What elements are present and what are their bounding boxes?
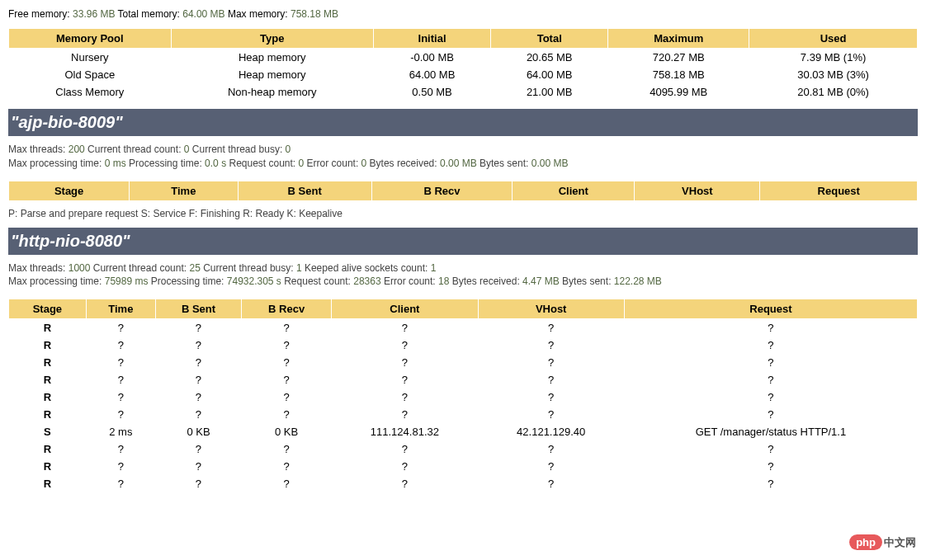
thread-cell-request: ? <box>624 458 917 475</box>
thread-cell-vhost: ? <box>478 371 624 388</box>
mp-cell-pool: Class Memory <box>9 83 172 101</box>
thread-cell-client: ? <box>332 406 478 423</box>
thread-cell-brecv: ? <box>242 406 332 423</box>
thread-cell-time: ? <box>86 319 155 337</box>
mp-header: Total <box>491 29 608 49</box>
thread-cell-brecv: ? <box>242 388 332 406</box>
mp-cell-initial: 0.50 MB <box>373 83 490 101</box>
mp-cell-maximum: 758.18 MB <box>608 66 749 83</box>
thread-cell-stage: R <box>9 354 87 371</box>
mp-cell-maximum: 720.27 MB <box>608 49 749 67</box>
thread-header: Request <box>624 299 917 319</box>
mp-cell-pool: Nursery <box>9 49 172 67</box>
thread-cell-client: ? <box>332 388 478 406</box>
table-row: Class MemoryNon-heap memory0.50 MB21.00 … <box>9 83 918 101</box>
thread-cell-bsent: ? <box>155 458 241 475</box>
thread-cell-request: GET /manager/status HTTP/1.1 <box>624 423 917 440</box>
connector-stats: Max threads: 1000 Current thread count: … <box>8 261 918 289</box>
thread-cell-client: ? <box>332 319 478 337</box>
thread-header: B Recv <box>371 181 512 200</box>
table-row: NurseryHeap memory-0.00 MB20.65 MB720.27… <box>9 49 918 67</box>
thread-header: B Sent <box>238 181 371 200</box>
thread-cell-brecv: ? <box>242 354 332 371</box>
free-memory-value: 33.96 MB <box>73 8 115 20</box>
max-memory-value: 758.18 MB <box>291 8 338 20</box>
mp-header: Memory Pool <box>9 29 172 49</box>
thread-cell-request: ? <box>624 406 917 423</box>
mp-cell-type: Heap memory <box>171 49 373 67</box>
table-row: R?????? <box>9 319 918 337</box>
thread-cell-vhost: ? <box>478 475 624 492</box>
mp-cell-total: 20.65 MB <box>491 49 608 67</box>
max-memory-label: Max memory: <box>228 8 288 20</box>
connector-header: "http-nio-8080" <box>8 228 918 255</box>
thread-header: Client <box>332 299 478 319</box>
thread-cell-bsent: ? <box>155 319 241 337</box>
thread-cell-brecv: 0 KB <box>242 423 332 440</box>
thread-cell-time: ? <box>86 336 155 354</box>
thread-cell-vhost: ? <box>478 440 624 458</box>
thread-header: Stage <box>9 181 130 200</box>
thread-cell-vhost: ? <box>478 336 624 354</box>
thread-header: Request <box>760 181 918 200</box>
thread-cell-vhost: ? <box>478 354 624 371</box>
thread-cell-client: ? <box>332 475 478 492</box>
thread-cell-time: ? <box>86 354 155 371</box>
mp-cell-initial: 64.00 MB <box>373 66 490 83</box>
thread-cell-vhost: ? <box>478 319 624 337</box>
thread-header: VHost <box>478 299 624 319</box>
mp-cell-used: 20.81 MB (0%) <box>749 83 918 101</box>
memory-pool-table: Memory PoolTypeInitialTotalMaximumUsed N… <box>8 28 918 101</box>
mp-cell-initial: -0.00 MB <box>373 49 490 67</box>
table-row: R?????? <box>9 475 918 492</box>
mp-cell-total: 64.00 MB <box>491 66 608 83</box>
mp-cell-pool: Old Space <box>9 66 172 83</box>
mp-header: Used <box>749 29 918 49</box>
thread-cell-bsent: ? <box>155 475 241 492</box>
thread-header: Client <box>513 181 635 200</box>
thread-header: Time <box>86 299 155 319</box>
free-memory-label: Free memory: <box>8 8 70 20</box>
mp-cell-maximum: 4095.99 MB <box>608 83 749 101</box>
thread-cell-bsent: 0 KB <box>155 423 241 440</box>
thread-cell-vhost: ? <box>478 388 624 406</box>
thread-cell-stage: R <box>9 475 87 492</box>
thread-cell-time: ? <box>86 388 155 406</box>
thread-cell-time: ? <box>86 440 155 458</box>
thread-cell-brecv: ? <box>242 319 332 337</box>
table-row: R?????? <box>9 440 918 458</box>
thread-cell-stage: R <box>9 371 87 388</box>
thread-cell-time: 2 ms <box>86 423 155 440</box>
table-row: S2 ms0 KB0 KB111.124.81.3242.121.129.40G… <box>9 423 918 440</box>
mp-cell-total: 21.00 MB <box>491 83 608 101</box>
thread-cell-stage: R <box>9 388 87 406</box>
thread-cell-brecv: ? <box>242 371 332 388</box>
thread-header: B Recv <box>242 299 332 319</box>
mp-header: Type <box>171 29 373 49</box>
memory-summary: Free memory: 33.96 MB Total memory: 64.0… <box>8 8 918 20</box>
thread-cell-time: ? <box>86 406 155 423</box>
thread-cell-request: ? <box>624 336 917 354</box>
thread-cell-client: 111.124.81.32 <box>332 423 478 440</box>
thread-cell-bsent: ? <box>155 440 241 458</box>
thread-cell-bsent: ? <box>155 371 241 388</box>
thread-cell-client: ? <box>332 336 478 354</box>
connector-stats: Max threads: 200 Current thread count: 0… <box>8 143 918 171</box>
mp-header: Initial <box>373 29 490 49</box>
thread-cell-client: ? <box>332 440 478 458</box>
thread-table: StageTimeB SentB RecvClientVHostRequestR… <box>8 299 918 492</box>
thread-cell-bsent: ? <box>155 406 241 423</box>
thread-cell-time: ? <box>86 458 155 475</box>
thread-cell-time: ? <box>86 371 155 388</box>
table-row: R?????? <box>9 388 918 406</box>
table-row: R?????? <box>9 371 918 388</box>
thread-cell-stage: R <box>9 440 87 458</box>
thread-header: VHost <box>635 181 760 200</box>
mp-cell-type: Non-heap memory <box>171 83 373 101</box>
thread-cell-stage: R <box>9 336 87 354</box>
total-memory-label: Total memory: <box>118 8 180 20</box>
thread-cell-request: ? <box>624 475 917 492</box>
thread-cell-bsent: ? <box>155 388 241 406</box>
mp-cell-type: Heap memory <box>171 66 373 83</box>
thread-cell-brecv: ? <box>242 440 332 458</box>
